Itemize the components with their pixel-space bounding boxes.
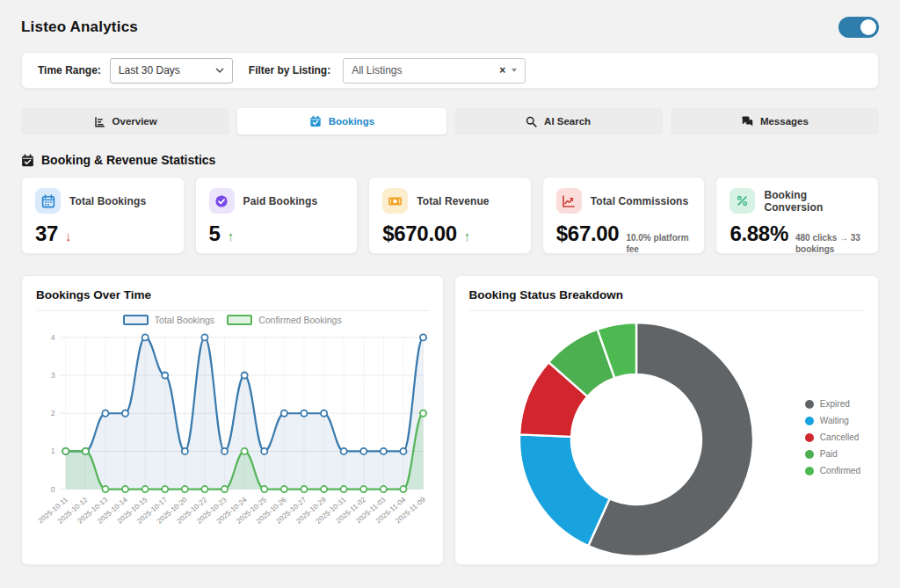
- line-chart-legend: Total BookingsConfirmed Bookings: [36, 315, 429, 325]
- stat-label: Paid Bookings: [243, 195, 318, 207]
- chevron-down-icon: [512, 69, 517, 72]
- booking-status-card: Booking Status Breakdown ExpiredWaitingC…: [454, 275, 880, 565]
- tab-bar: Overview Bookings AI Search Messages: [21, 108, 879, 134]
- time-range-label: Time Range:: [38, 64, 101, 76]
- tab-label: Messages: [760, 116, 809, 127]
- line-chart-title: Bookings Over Time: [36, 288, 429, 301]
- tab-label: Overview: [112, 116, 157, 127]
- svg-text:2: 2: [51, 409, 55, 417]
- stat-card-total-bookings: Total Bookings 37 ↓: [21, 177, 185, 254]
- donut-chart: [513, 316, 759, 563]
- trend-down-icon: ↓: [65, 229, 72, 243]
- legend-dot: [805, 433, 814, 442]
- calendar-icon: [35, 188, 61, 214]
- chart-line-icon: [556, 188, 582, 214]
- line-chart: 012342025-10-112025-10-122025-10-132025-…: [36, 327, 429, 536]
- listing-filter-value: All Listings: [352, 64, 402, 76]
- legend-item[interactable]: Confirmed Bookings: [227, 315, 342, 325]
- legend-item[interactable]: Cancelled: [805, 432, 860, 442]
- messages-icon: [741, 116, 753, 127]
- legend-swatch: [227, 315, 252, 325]
- legend-dot: [805, 417, 814, 425]
- chevron-down-icon: [215, 68, 224, 73]
- stat-value: 5: [209, 221, 221, 246]
- stat-value: 6.88%: [729, 221, 788, 246]
- divider: [36, 310, 429, 311]
- divider: [469, 310, 865, 311]
- time-range-value: Last 30 Days: [119, 64, 180, 76]
- stat-value: $670.00: [382, 221, 457, 246]
- legend-label: Cancelled: [820, 432, 859, 442]
- analytics-toggle[interactable]: [838, 17, 879, 38]
- search-icon: [526, 116, 537, 127]
- donut-chart-legend: ExpiredWaitingCancelledPaidConfirmed: [805, 399, 860, 475]
- overview-chart-icon: [94, 116, 105, 127]
- topbar: Listeo Analytics: [21, 14, 879, 40]
- stat-card-total-commissions: Total Commissions $67.00 10.0% platform …: [542, 177, 706, 254]
- legend-item[interactable]: Expired: [805, 399, 860, 409]
- section-title-text: Booking & Revenue Statistics: [41, 153, 215, 167]
- legend-dot: [805, 400, 814, 409]
- trend-up-icon: ↑: [228, 229, 235, 243]
- stat-label: Total Bookings: [69, 195, 146, 207]
- tab-label: Bookings: [329, 116, 374, 127]
- bookings-over-time-card: Bookings Over Time Total BookingsConfirm…: [21, 275, 444, 565]
- legend-item[interactable]: Waiting: [805, 416, 860, 425]
- toggle-knob: [860, 19, 876, 35]
- legend-label: Confirmed Bookings: [258, 315, 342, 325]
- legend-item[interactable]: Paid: [805, 449, 860, 459]
- svg-text:3: 3: [51, 371, 55, 380]
- svg-text:1: 1: [51, 446, 55, 455]
- tab-overview[interactable]: Overview: [21, 108, 229, 134]
- charts-row: Bookings Over Time Total BookingsConfirm…: [21, 275, 879, 565]
- legend-label: Expired: [820, 399, 850, 409]
- tab-label: AI Search: [544, 116, 591, 127]
- page-title: Listeo Analytics: [21, 18, 138, 36]
- stat-value: 37: [35, 221, 58, 246]
- stat-card-paid-bookings: Paid Bookings 5 ↑: [195, 177, 359, 254]
- percent-icon: [729, 188, 755, 214]
- analytics-page: Listeo Analytics Time Range: Last 30 Day…: [0, 0, 900, 565]
- legend-label: Total Bookings: [155, 315, 214, 325]
- banknote-icon: [382, 188, 408, 214]
- stat-cards: Total Bookings 37 ↓ Paid Bookings 5 ↑: [21, 177, 879, 254]
- svg-text:0: 0: [51, 485, 55, 494]
- svg-text:4: 4: [51, 333, 55, 342]
- bookings-calendar-icon: [309, 115, 322, 127]
- section-heading: Booking & Revenue Statistics: [21, 153, 879, 167]
- legend-label: Confirmed: [820, 466, 860, 475]
- tab-bookings[interactable]: Bookings: [237, 108, 446, 134]
- stat-note: 480 clicks → 33 bookings: [795, 233, 865, 255]
- time-range-select[interactable]: Last 30 Days: [110, 58, 233, 83]
- legend-dot: [805, 467, 814, 475]
- legend-item[interactable]: Confirmed: [805, 466, 860, 475]
- stat-label: Booking Conversion: [764, 189, 865, 214]
- tab-ai-search[interactable]: AI Search: [454, 108, 663, 134]
- filter-bar: Time Range: Last 30 Days Filter by Listi…: [21, 52, 879, 89]
- stat-card-booking-conversion: Booking Conversion 6.88% 480 clicks → 33…: [715, 177, 879, 254]
- donut-chart-title: Booking Status Breakdown: [469, 288, 865, 301]
- listing-filter-select[interactable]: All Listings ×: [343, 58, 526, 83]
- clear-icon[interactable]: ×: [499, 65, 505, 76]
- check-circle-icon: [209, 188, 235, 214]
- tab-messages[interactable]: Messages: [671, 108, 879, 134]
- listing-filter-label: Filter by Listing:: [249, 64, 330, 76]
- legend-dot: [805, 450, 814, 459]
- stat-card-total-revenue: Total Revenue $670.00 ↑: [368, 177, 532, 254]
- stat-label: Total Revenue: [417, 195, 489, 207]
- calendar-check-icon: [21, 154, 34, 167]
- legend-swatch: [123, 315, 149, 325]
- legend-item[interactable]: Total Bookings: [123, 315, 214, 325]
- trend-up-icon: ↑: [464, 229, 471, 243]
- stat-value: $67.00: [556, 221, 620, 246]
- stat-label: Total Commissions: [591, 195, 689, 207]
- legend-label: Waiting: [820, 416, 849, 425]
- legend-label: Paid: [820, 449, 838, 459]
- stat-note: 10.0% platform fee: [626, 233, 691, 255]
